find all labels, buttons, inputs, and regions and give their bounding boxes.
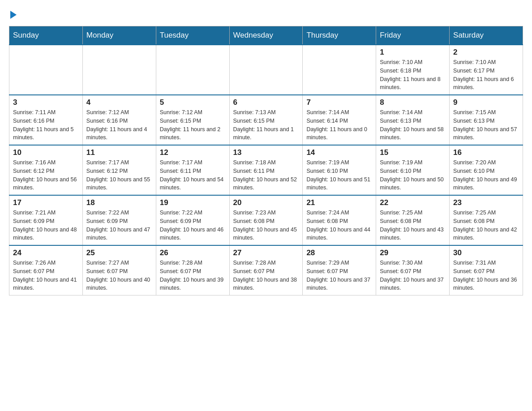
- day-info: Sunrise: 7:12 AMSunset: 6:16 PMDaylight:…: [86, 108, 152, 142]
- calendar-cell: [303, 45, 376, 95]
- day-number: 26: [160, 248, 226, 257]
- calendar-cell: 15Sunrise: 7:19 AMSunset: 6:10 PMDayligh…: [376, 145, 450, 195]
- page-header: [9, 9, 523, 17]
- day-number: 7: [306, 98, 372, 107]
- day-info: Sunrise: 7:25 AMSunset: 6:08 PMDaylight:…: [453, 209, 519, 242]
- day-number: 23: [453, 198, 519, 207]
- day-info: Sunrise: 7:10 AMSunset: 6:17 PMDaylight:…: [453, 58, 519, 92]
- day-info: Sunrise: 7:19 AMSunset: 6:10 PMDaylight:…: [306, 158, 372, 192]
- day-info: Sunrise: 7:18 AMSunset: 6:11 PMDaylight:…: [233, 158, 299, 192]
- day-number: 3: [13, 98, 79, 107]
- calendar-week-row: 17Sunrise: 7:21 AMSunset: 6:09 PMDayligh…: [9, 195, 523, 245]
- logo-arrow-icon: [10, 11, 17, 19]
- day-number: 11: [86, 148, 152, 157]
- calendar-week-row: 10Sunrise: 7:16 AMSunset: 6:12 PMDayligh…: [9, 145, 523, 195]
- calendar-cell: 29Sunrise: 7:30 AMSunset: 6:07 PMDayligh…: [376, 245, 450, 295]
- calendar-cell: 23Sunrise: 7:25 AMSunset: 6:08 PMDayligh…: [450, 195, 523, 245]
- day-info: Sunrise: 7:28 AMSunset: 6:07 PMDaylight:…: [233, 259, 299, 292]
- day-info: Sunrise: 7:26 AMSunset: 6:07 PMDaylight:…: [13, 259, 79, 292]
- day-number: 5: [160, 98, 226, 107]
- day-info: Sunrise: 7:15 AMSunset: 6:13 PMDaylight:…: [453, 108, 519, 142]
- calendar-cell: 25Sunrise: 7:27 AMSunset: 6:07 PMDayligh…: [82, 245, 156, 295]
- calendar-cell: 8Sunrise: 7:14 AMSunset: 6:13 PMDaylight…: [376, 95, 450, 145]
- day-number: 13: [233, 148, 299, 157]
- day-number: 17: [13, 198, 79, 207]
- day-number: 15: [380, 148, 446, 157]
- day-info: Sunrise: 7:23 AMSunset: 6:08 PMDaylight:…: [233, 209, 299, 242]
- day-number: 25: [86, 248, 152, 257]
- day-info: Sunrise: 7:28 AMSunset: 6:07 PMDaylight:…: [160, 259, 226, 292]
- day-number: 19: [160, 198, 226, 207]
- day-info: Sunrise: 7:27 AMSunset: 6:07 PMDaylight:…: [86, 259, 152, 292]
- calendar-cell: 19Sunrise: 7:22 AMSunset: 6:09 PMDayligh…: [156, 195, 229, 245]
- calendar-cell: 12Sunrise: 7:17 AMSunset: 6:11 PMDayligh…: [156, 145, 229, 195]
- day-info: Sunrise: 7:22 AMSunset: 6:09 PMDaylight:…: [86, 209, 152, 242]
- day-info: Sunrise: 7:22 AMSunset: 6:09 PMDaylight:…: [160, 209, 226, 242]
- day-number: 6: [233, 98, 299, 107]
- calendar-cell: 16Sunrise: 7:20 AMSunset: 6:10 PMDayligh…: [450, 145, 523, 195]
- calendar-cell: 11Sunrise: 7:17 AMSunset: 6:12 PMDayligh…: [82, 145, 156, 195]
- day-info: Sunrise: 7:12 AMSunset: 6:15 PMDaylight:…: [160, 108, 226, 142]
- calendar-cell: 26Sunrise: 7:28 AMSunset: 6:07 PMDayligh…: [156, 245, 229, 295]
- day-info: Sunrise: 7:24 AMSunset: 6:08 PMDaylight:…: [306, 209, 372, 242]
- day-number: 20: [233, 198, 299, 207]
- calendar-cell: 21Sunrise: 7:24 AMSunset: 6:08 PMDayligh…: [303, 195, 376, 245]
- calendar-cell: 2Sunrise: 7:10 AMSunset: 6:17 PMDaylight…: [450, 45, 523, 95]
- day-number: 2: [453, 48, 519, 57]
- day-info: Sunrise: 7:17 AMSunset: 6:11 PMDaylight:…: [160, 158, 226, 192]
- day-info: Sunrise: 7:31 AMSunset: 6:07 PMDaylight:…: [453, 259, 519, 292]
- calendar-cell: 9Sunrise: 7:15 AMSunset: 6:13 PMDaylight…: [450, 95, 523, 145]
- calendar-cell: 5Sunrise: 7:12 AMSunset: 6:15 PMDaylight…: [156, 95, 229, 145]
- day-number: 28: [306, 248, 372, 257]
- weekday-header-wednesday: Wednesday: [229, 26, 303, 45]
- day-number: 29: [380, 248, 446, 257]
- day-number: 22: [380, 198, 446, 207]
- day-info: Sunrise: 7:29 AMSunset: 6:07 PMDaylight:…: [306, 259, 372, 292]
- calendar-cell: 4Sunrise: 7:12 AMSunset: 6:16 PMDaylight…: [82, 95, 156, 145]
- day-info: Sunrise: 7:14 AMSunset: 6:13 PMDaylight:…: [380, 108, 446, 142]
- day-info: Sunrise: 7:17 AMSunset: 6:12 PMDaylight:…: [86, 158, 152, 192]
- calendar-cell: 30Sunrise: 7:31 AMSunset: 6:07 PMDayligh…: [450, 245, 523, 295]
- calendar-cell: [156, 45, 229, 95]
- calendar-cell: 1Sunrise: 7:10 AMSunset: 6:18 PMDaylight…: [376, 45, 450, 95]
- day-info: Sunrise: 7:20 AMSunset: 6:10 PMDaylight:…: [453, 158, 519, 192]
- weekday-header-monday: Monday: [82, 26, 156, 45]
- day-number: 10: [13, 148, 79, 157]
- logo: [9, 9, 17, 17]
- calendar-cell: 10Sunrise: 7:16 AMSunset: 6:12 PMDayligh…: [9, 145, 83, 195]
- day-number: 9: [453, 98, 519, 107]
- calendar-cell: 7Sunrise: 7:14 AMSunset: 6:14 PMDaylight…: [303, 95, 376, 145]
- calendar-week-row: 3Sunrise: 7:11 AMSunset: 6:16 PMDaylight…: [9, 95, 523, 145]
- day-info: Sunrise: 7:19 AMSunset: 6:10 PMDaylight:…: [380, 158, 446, 192]
- day-info: Sunrise: 7:11 AMSunset: 6:16 PMDaylight:…: [13, 108, 79, 142]
- calendar-cell: 14Sunrise: 7:19 AMSunset: 6:10 PMDayligh…: [303, 145, 376, 195]
- calendar-cell: [82, 45, 156, 95]
- day-info: Sunrise: 7:25 AMSunset: 6:08 PMDaylight:…: [380, 209, 446, 242]
- day-number: 14: [306, 148, 372, 157]
- weekday-header-friday: Friday: [376, 26, 450, 45]
- calendar-cell: 22Sunrise: 7:25 AMSunset: 6:08 PMDayligh…: [376, 195, 450, 245]
- day-info: Sunrise: 7:14 AMSunset: 6:14 PMDaylight:…: [306, 108, 372, 142]
- day-number: 30: [453, 248, 519, 257]
- calendar-cell: 20Sunrise: 7:23 AMSunset: 6:08 PMDayligh…: [229, 195, 303, 245]
- day-info: Sunrise: 7:13 AMSunset: 6:15 PMDaylight:…: [233, 108, 299, 142]
- calendar-cell: 13Sunrise: 7:18 AMSunset: 6:11 PMDayligh…: [229, 145, 303, 195]
- calendar-cell: [9, 45, 83, 95]
- day-number: 4: [86, 98, 152, 107]
- calendar-week-row: 24Sunrise: 7:26 AMSunset: 6:07 PMDayligh…: [9, 245, 523, 295]
- day-number: 8: [380, 98, 446, 107]
- day-info: Sunrise: 7:21 AMSunset: 6:09 PMDaylight:…: [13, 209, 79, 242]
- day-number: 21: [306, 198, 372, 207]
- day-info: Sunrise: 7:16 AMSunset: 6:12 PMDaylight:…: [13, 158, 79, 192]
- calendar-cell: 27Sunrise: 7:28 AMSunset: 6:07 PMDayligh…: [229, 245, 303, 295]
- day-number: 1: [380, 48, 446, 57]
- calendar-cell: 28Sunrise: 7:29 AMSunset: 6:07 PMDayligh…: [303, 245, 376, 295]
- day-number: 24: [13, 248, 79, 257]
- day-number: 27: [233, 248, 299, 257]
- calendar-cell: 17Sunrise: 7:21 AMSunset: 6:09 PMDayligh…: [9, 195, 83, 245]
- calendar-cell: 18Sunrise: 7:22 AMSunset: 6:09 PMDayligh…: [82, 195, 156, 245]
- calendar-cell: 3Sunrise: 7:11 AMSunset: 6:16 PMDaylight…: [9, 95, 83, 145]
- day-info: Sunrise: 7:30 AMSunset: 6:07 PMDaylight:…: [380, 259, 446, 292]
- calendar-cell: 6Sunrise: 7:13 AMSunset: 6:15 PMDaylight…: [229, 95, 303, 145]
- day-number: 18: [86, 198, 152, 207]
